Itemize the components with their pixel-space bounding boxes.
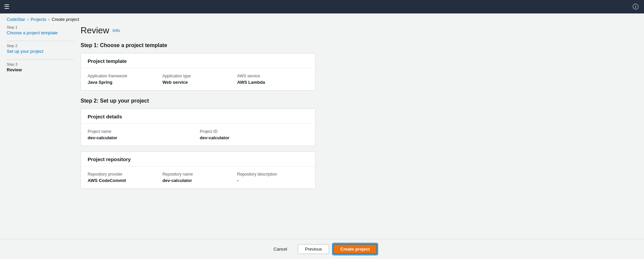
help-icon[interactable]: ⓘ bbox=[633, 3, 639, 11]
repo-field-2: Repository description - bbox=[237, 172, 309, 183]
repo-field-2-label: Repository description bbox=[237, 172, 309, 177]
sidebar-step-3: Step 3 Review bbox=[7, 62, 74, 72]
project-template-card: Project template Application framework J… bbox=[81, 53, 316, 90]
project-details-fields: Project name dev-calculator Project ID d… bbox=[88, 129, 309, 140]
sidebar-divider-1 bbox=[7, 41, 74, 41]
project-details-card: Project details Project name dev-calcula… bbox=[81, 109, 316, 146]
cancel-button[interactable]: Cancel bbox=[267, 245, 294, 254]
hamburger-icon[interactable]: ☰ bbox=[4, 3, 9, 10]
breadcrumb-sep-1: › bbox=[27, 17, 29, 22]
repo-field-0-value: AWS CodeCommit bbox=[88, 178, 159, 183]
step1-section-header: Step 1: Choose a project template bbox=[81, 42, 316, 48]
template-field-2-value: AWS Lambda bbox=[237, 80, 309, 85]
template-field-0: Application framework Java Spring bbox=[88, 74, 159, 85]
breadcrumb-projects[interactable]: Projects bbox=[31, 17, 46, 22]
page-title: Review bbox=[81, 25, 109, 36]
project-repository-card-title: Project repository bbox=[81, 152, 315, 166]
project-template-card-body: Application framework Java Spring Applic… bbox=[81, 68, 315, 90]
repo-field-0: Repository provider AWS CodeCommit bbox=[88, 172, 159, 183]
details-field-0-label: Project name bbox=[88, 129, 196, 134]
project-template-fields: Application framework Java Spring Applic… bbox=[88, 74, 309, 85]
project-repository-card-body: Repository provider AWS CodeCommit Repos… bbox=[81, 166, 315, 188]
info-link[interactable]: Info bbox=[112, 28, 120, 33]
template-field-2: AWS service AWS Lambda bbox=[237, 74, 309, 85]
project-repository-fields: Repository provider AWS CodeCommit Repos… bbox=[88, 172, 309, 183]
breadcrumb-current: Create project bbox=[52, 17, 79, 22]
details-field-1-label: Project ID bbox=[200, 129, 309, 134]
repo-field-1: Repository name dev-calculator bbox=[163, 172, 234, 183]
step2-section: Step 2: Set up your project Project deta… bbox=[81, 98, 316, 189]
repo-field-2-value: - bbox=[237, 178, 309, 183]
repo-field-1-label: Repository name bbox=[163, 172, 234, 177]
sidebar-step-1: Step 1 Choose a project template bbox=[7, 25, 74, 35]
details-field-0: Project name dev-calculator bbox=[88, 129, 196, 140]
template-field-1-value: Web service bbox=[163, 80, 234, 85]
previous-button[interactable]: Previous bbox=[298, 244, 329, 254]
sidebar-step-1-label: Step 1 bbox=[7, 25, 74, 29]
project-template-card-title: Project template bbox=[81, 53, 315, 68]
sidebar: Step 1 Choose a project template Step 2 … bbox=[7, 25, 81, 232]
top-nav-bar: ☰ ⓘ bbox=[0, 0, 644, 13]
sidebar-step-2-label: Step 2 bbox=[7, 44, 74, 48]
main-layout: Step 1 Choose a project template Step 2 … bbox=[0, 25, 644, 239]
template-field-1: Application type Web service bbox=[163, 74, 234, 85]
repo-field-1-value: dev-calculator bbox=[163, 178, 234, 183]
project-details-card-title: Project details bbox=[81, 109, 315, 124]
content-area: Review Info Step 1: Choose a project tem… bbox=[81, 25, 316, 232]
create-project-button[interactable]: Create project bbox=[333, 244, 377, 254]
page-title-row: Review Info bbox=[81, 25, 316, 36]
details-field-1: Project ID dev-calculator bbox=[200, 129, 309, 140]
breadcrumb: CodeStar › Projects › Create project bbox=[0, 13, 644, 25]
sidebar-divider-2 bbox=[7, 59, 74, 60]
sidebar-item-choose-template[interactable]: Choose a project template bbox=[7, 30, 58, 35]
step2-section-header: Step 2: Set up your project bbox=[81, 98, 316, 104]
project-details-card-body: Project name dev-calculator Project ID d… bbox=[81, 124, 315, 146]
template-field-0-value: Java Spring bbox=[88, 80, 159, 85]
sidebar-item-review: Review bbox=[7, 67, 22, 72]
footer-bar: Cancel Previous Create project bbox=[0, 239, 644, 259]
step1-section: Step 1: Choose a project template Projec… bbox=[81, 42, 316, 90]
template-field-1-label: Application type bbox=[163, 74, 234, 78]
repo-field-0-label: Repository provider bbox=[88, 172, 159, 177]
sidebar-item-setup-project[interactable]: Set up your project bbox=[7, 49, 43, 54]
details-field-0-value: dev-calculator bbox=[88, 135, 196, 140]
breadcrumb-sep-2: › bbox=[48, 17, 50, 22]
template-field-2-label: AWS service bbox=[237, 74, 309, 78]
sidebar-step-3-label: Step 3 bbox=[7, 62, 74, 66]
template-field-0-label: Application framework bbox=[88, 74, 159, 78]
project-repository-card: Project repository Repository provider A… bbox=[81, 151, 316, 189]
breadcrumb-codestar[interactable]: CodeStar bbox=[7, 17, 25, 22]
sidebar-step-2: Step 2 Set up your project bbox=[7, 44, 74, 54]
details-field-1-value: dev-calculator bbox=[200, 135, 309, 140]
